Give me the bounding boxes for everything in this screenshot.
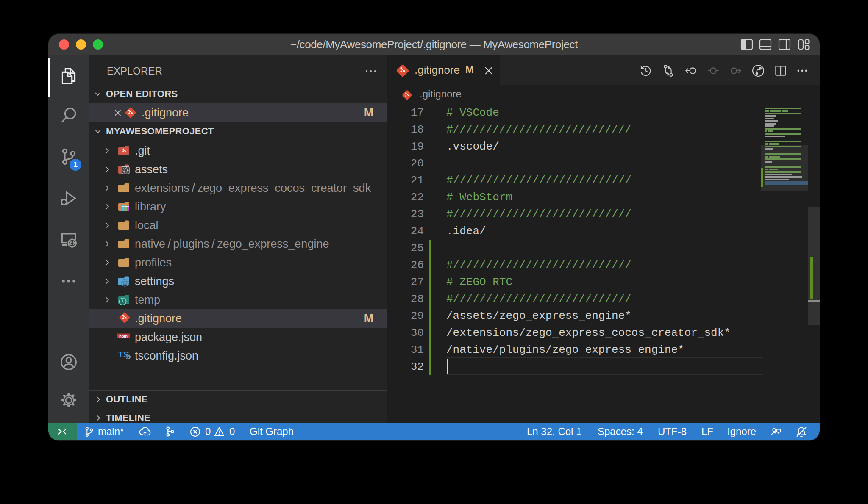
svg-text:TS: TS xyxy=(118,349,129,359)
svg-text:npm: npm xyxy=(119,334,128,338)
